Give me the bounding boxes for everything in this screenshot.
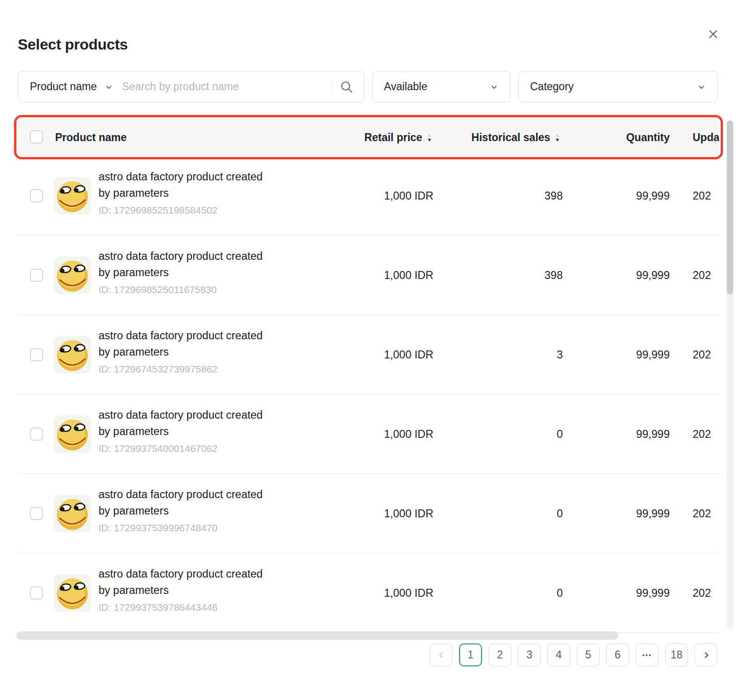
pagination: 1 2 3 4 5 6 ••• 18 [430,643,717,666]
historical-sales-value: 398 [545,269,563,281]
product-info: astro data factory product created by pa… [99,248,262,295]
table-header-row: Product name Retail price ▲▼ Historical … [18,118,719,156]
quantity-value: 99,999 [636,586,670,599]
pagination-page-button[interactable]: 18 [665,643,688,666]
quantity-value: 99,999 [636,189,670,202]
products-table: Product name Retail price ▲▼ Historical … [18,118,719,633]
smiley-face-image [54,574,91,612]
table-row: astro data factory product created by pa… [18,553,719,633]
search-input[interactable] [113,80,332,93]
close-icon [706,27,720,41]
category-filter-label: Category [530,80,574,93]
search-type-label: Product name [30,80,97,93]
quantity-value: 99,999 [636,507,670,520]
updated-value: 202 [693,507,721,520]
page-title: Select products [18,36,128,53]
historical-sales-value: 398 [545,189,563,202]
row-checkbox[interactable] [30,507,43,520]
product-name: astro data factory product created by pa… [99,328,262,360]
table-row: astro data factory product created by pa… [18,156,719,236]
available-filter-dropdown[interactable]: Available [372,71,510,102]
chevron-down-icon [697,82,706,92]
chevron-down-icon [489,82,499,92]
updated-value: 202 [693,269,721,281]
row-checkbox[interactable] [30,428,43,441]
historical-sales-value: 0 [557,507,563,520]
pagination-next-button[interactable] [694,643,717,666]
retail-price-value: 1,000 IDR [384,189,433,202]
sort-asc-icon[interactable]: ▲ [555,133,560,137]
product-image [54,574,91,612]
updated-value: 202 [693,428,721,440]
search-type-dropdown[interactable]: Product name [18,80,113,93]
quantity-value: 99,999 [636,269,670,281]
retail-price-value: 1,000 IDR [384,507,433,520]
row-checkbox[interactable] [30,269,43,282]
pagination-page-button[interactable]: 3 [518,643,541,666]
product-name: astro data factory product created by pa… [99,566,262,599]
column-header-retail-price[interactable]: Retail price ▲▼ [364,131,432,143]
pagination-page-button[interactable]: 4 [547,643,570,666]
pagination-page-button[interactable]: 5 [577,643,600,666]
horizontal-scrollbar-thumb[interactable] [16,631,618,640]
search-icon [340,80,354,94]
product-info: astro data factory product created by pa… [99,328,262,375]
product-id: ID: 1729698525011675830 [99,284,262,295]
product-name: astro data factory product created by pa… [99,486,262,519]
product-id: ID: 1729698525198584502 [99,205,262,216]
column-header-historical-sales[interactable]: Historical sales ▲▼ [471,131,560,143]
available-filter-label: Available [384,80,427,93]
product-id: ID: 1729937540001467062 [99,443,262,454]
filter-bar: Product name Available Category [18,71,718,102]
column-header-updated: Upda [693,131,719,143]
smiley-face-image [54,415,91,453]
product-image [54,415,91,453]
sort-asc-icon[interactable]: ▲ [427,133,432,137]
table-body: astro data factory product created by pa… [18,156,719,633]
pagination-prev-button[interactable] [430,643,453,666]
product-image [54,177,91,214]
updated-value: 202 [693,586,721,599]
product-info: astro data factory product created by pa… [99,486,262,534]
table-row: astro data factory product created by pa… [18,315,719,394]
updated-value: 202 [693,348,721,361]
vertical-scrollbar-thumb[interactable] [727,121,733,294]
retail-price-value: 1,000 IDR [384,269,433,281]
smiley-face-image [54,495,91,532]
category-filter-dropdown[interactable]: Category [518,71,718,102]
pagination-page-button[interactable]: 1 [459,643,482,666]
product-image [54,495,91,532]
pagination-page-button[interactable]: 2 [489,643,511,666]
updated-value: 202 [693,189,721,202]
product-id: ID: 1729937539786443446 [99,602,262,613]
row-checkbox[interactable] [30,348,43,361]
sort-desc-icon[interactable]: ▼ [555,137,560,142]
product-name: astro data factory product created by pa… [99,169,262,201]
smiley-face-image [54,177,91,214]
smiley-face-image [54,336,91,373]
pagination-page-button[interactable]: 6 [606,643,629,666]
pagination-page-button[interactable]: ••• [636,643,659,666]
sort-control: ▲▼ [555,133,560,142]
chevron-right-icon [702,651,710,659]
select-all-checkbox[interactable] [30,130,43,143]
sort-desc-icon[interactable]: ▼ [427,137,432,142]
historical-sales-value: 0 [557,586,563,599]
retail-price-value: 1,000 IDR [384,348,433,361]
chevron-left-icon [437,651,446,659]
sort-control: ▲▼ [427,133,432,142]
historical-sales-value: 3 [557,348,563,361]
search-group: Product name [18,71,364,102]
close-button[interactable] [705,26,721,42]
table-row: astro data factory product created by pa… [18,236,719,315]
row-checkbox[interactable] [30,586,43,600]
retail-price-value: 1,000 IDR [384,586,433,599]
row-checkbox[interactable] [30,189,43,202]
chevron-down-icon [104,82,113,92]
product-image [54,257,91,294]
search-button[interactable] [332,80,364,94]
product-name: astro data factory product created by pa… [99,407,262,440]
historical-sales-value: 0 [557,428,563,440]
table-row: astro data factory product created by pa… [18,394,719,474]
product-info: astro data factory product created by pa… [99,169,262,216]
